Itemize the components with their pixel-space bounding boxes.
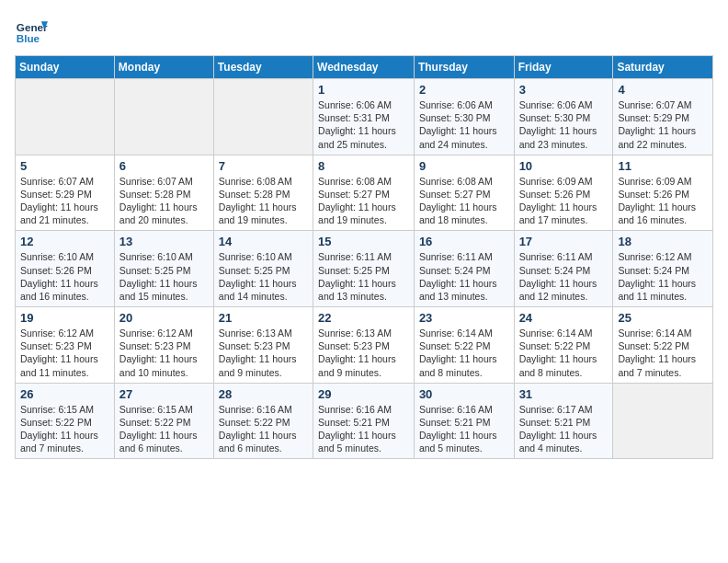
day-number: 19: [20, 311, 109, 325]
calendar-cell: 7Sunrise: 6:08 AM Sunset: 5:28 PM Daylig…: [213, 155, 313, 231]
svg-text:Blue: Blue: [17, 32, 40, 44]
calendar-cell: [16, 79, 115, 155]
logo-icon: General Blue: [15, 15, 48, 48]
day-info: Sunrise: 6:06 AM Sunset: 5:30 PM Dayligh…: [419, 98, 509, 151]
day-info: Sunrise: 6:13 AM Sunset: 5:23 PM Dayligh…: [219, 327, 308, 379]
day-info: Sunrise: 6:11 AM Sunset: 5:25 PM Dayligh…: [318, 250, 409, 303]
calendar-cell: 6Sunrise: 6:07 AM Sunset: 5:28 PM Daylig…: [114, 155, 213, 231]
day-info: Sunrise: 6:12 AM Sunset: 5:24 PM Dayligh…: [618, 250, 708, 303]
calendar-cell: 21Sunrise: 6:13 AM Sunset: 5:23 PM Dayli…: [213, 307, 313, 384]
calendar-week-3: 12Sunrise: 6:10 AM Sunset: 5:26 PM Dayli…: [16, 231, 713, 307]
calendar-cell: [613, 383, 713, 459]
day-number: 21: [219, 311, 308, 325]
day-number: 20: [119, 311, 209, 325]
calendar-cell: [114, 79, 213, 155]
weekday-header-monday: Monday: [114, 56, 213, 79]
day-info: Sunrise: 6:06 AM Sunset: 5:31 PM Dayligh…: [318, 98, 409, 151]
calendar-week-1: 1Sunrise: 6:06 AM Sunset: 5:31 PM Daylig…: [16, 79, 713, 155]
day-info: Sunrise: 6:07 AM Sunset: 5:28 PM Dayligh…: [119, 175, 209, 227]
day-number: 29: [318, 387, 409, 401]
day-number: 2: [419, 83, 509, 97]
day-info: Sunrise: 6:08 AM Sunset: 5:28 PM Dayligh…: [219, 175, 308, 227]
weekday-header-tuesday: Tuesday: [213, 56, 313, 79]
day-number: 16: [419, 235, 509, 248]
calendar-cell: 31Sunrise: 6:17 AM Sunset: 5:21 PM Dayli…: [514, 383, 613, 459]
day-number: 4: [618, 83, 708, 97]
weekday-header-row: SundayMondayTuesdayWednesdayThursdayFrid…: [16, 56, 713, 79]
weekday-header-saturday: Saturday: [613, 56, 713, 79]
day-info: Sunrise: 6:08 AM Sunset: 5:27 PM Dayligh…: [419, 175, 509, 227]
calendar-cell: 25Sunrise: 6:14 AM Sunset: 5:22 PM Dayli…: [613, 307, 713, 384]
day-info: Sunrise: 6:08 AM Sunset: 5:27 PM Dayligh…: [318, 175, 409, 227]
calendar-cell: 4Sunrise: 6:07 AM Sunset: 5:29 PM Daylig…: [613, 79, 713, 155]
calendar-cell: 30Sunrise: 6:16 AM Sunset: 5:21 PM Dayli…: [414, 383, 514, 459]
day-number: 8: [318, 159, 409, 173]
weekday-header-friday: Friday: [514, 56, 613, 79]
calendar-cell: 26Sunrise: 6:15 AM Sunset: 5:22 PM Dayli…: [16, 383, 115, 459]
day-info: Sunrise: 6:12 AM Sunset: 5:23 PM Dayligh…: [119, 327, 209, 379]
day-number: 1: [318, 83, 409, 97]
calendar-cell: 2Sunrise: 6:06 AM Sunset: 5:30 PM Daylig…: [414, 79, 514, 155]
day-number: 30: [419, 387, 509, 401]
calendar-cell: 20Sunrise: 6:12 AM Sunset: 5:23 PM Dayli…: [114, 307, 213, 384]
day-info: Sunrise: 6:12 AM Sunset: 5:23 PM Dayligh…: [20, 327, 109, 379]
day-number: 9: [419, 159, 509, 173]
calendar-cell: 17Sunrise: 6:11 AM Sunset: 5:24 PM Dayli…: [514, 231, 613, 307]
calendar-week-4: 19Sunrise: 6:12 AM Sunset: 5:23 PM Dayli…: [16, 307, 713, 384]
day-info: Sunrise: 6:13 AM Sunset: 5:23 PM Dayligh…: [318, 327, 409, 379]
day-number: 25: [618, 311, 708, 325]
calendar-cell: 10Sunrise: 6:09 AM Sunset: 5:26 PM Dayli…: [514, 155, 613, 231]
calendar-cell: 22Sunrise: 6:13 AM Sunset: 5:23 PM Dayli…: [313, 307, 415, 384]
calendar-cell: 14Sunrise: 6:10 AM Sunset: 5:25 PM Dayli…: [213, 231, 313, 307]
calendar-cell: 3Sunrise: 6:06 AM Sunset: 5:30 PM Daylig…: [514, 79, 613, 155]
day-info: Sunrise: 6:14 AM Sunset: 5:22 PM Dayligh…: [519, 327, 609, 379]
day-number: 10: [519, 159, 609, 173]
calendar-cell: 1Sunrise: 6:06 AM Sunset: 5:31 PM Daylig…: [313, 79, 415, 155]
calendar-cell: [213, 79, 313, 155]
day-number: 3: [519, 83, 609, 97]
day-number: 17: [519, 235, 609, 248]
calendar-cell: 8Sunrise: 6:08 AM Sunset: 5:27 PM Daylig…: [313, 155, 415, 231]
calendar-cell: 23Sunrise: 6:14 AM Sunset: 5:22 PM Dayli…: [414, 307, 514, 384]
calendar-table: SundayMondayTuesdayWednesdayThursdayFrid…: [15, 55, 713, 459]
day-info: Sunrise: 6:10 AM Sunset: 5:26 PM Dayligh…: [20, 250, 109, 303]
day-info: Sunrise: 6:10 AM Sunset: 5:25 PM Dayligh…: [119, 250, 209, 303]
logo: General Blue: [15, 15, 48, 48]
day-number: 22: [318, 311, 409, 325]
calendar-cell: 18Sunrise: 6:12 AM Sunset: 5:24 PM Dayli…: [613, 231, 713, 307]
calendar-cell: 19Sunrise: 6:12 AM Sunset: 5:23 PM Dayli…: [16, 307, 115, 384]
day-info: Sunrise: 6:15 AM Sunset: 5:22 PM Dayligh…: [119, 403, 209, 455]
day-number: 15: [318, 235, 409, 248]
calendar-cell: 11Sunrise: 6:09 AM Sunset: 5:26 PM Dayli…: [613, 155, 713, 231]
calendar-cell: 15Sunrise: 6:11 AM Sunset: 5:25 PM Dayli…: [313, 231, 415, 307]
day-info: Sunrise: 6:11 AM Sunset: 5:24 PM Dayligh…: [519, 250, 609, 303]
calendar-body: 1Sunrise: 6:06 AM Sunset: 5:31 PM Daylig…: [16, 79, 713, 459]
weekday-header-wednesday: Wednesday: [313, 56, 415, 79]
day-info: Sunrise: 6:14 AM Sunset: 5:22 PM Dayligh…: [618, 327, 708, 379]
day-info: Sunrise: 6:17 AM Sunset: 5:21 PM Dayligh…: [519, 403, 609, 455]
weekday-header-thursday: Thursday: [414, 56, 514, 79]
day-info: Sunrise: 6:07 AM Sunset: 5:29 PM Dayligh…: [618, 98, 708, 151]
calendar-cell: 27Sunrise: 6:15 AM Sunset: 5:22 PM Dayli…: [114, 383, 213, 459]
day-number: 5: [20, 159, 109, 173]
day-number: 11: [618, 159, 708, 173]
day-info: Sunrise: 6:16 AM Sunset: 5:21 PM Dayligh…: [318, 403, 409, 455]
calendar-cell: 5Sunrise: 6:07 AM Sunset: 5:29 PM Daylig…: [16, 155, 115, 231]
day-number: 23: [419, 311, 509, 325]
day-info: Sunrise: 6:09 AM Sunset: 5:26 PM Dayligh…: [618, 175, 708, 227]
day-number: 27: [119, 387, 209, 401]
day-number: 12: [20, 235, 109, 248]
day-info: Sunrise: 6:16 AM Sunset: 5:21 PM Dayligh…: [419, 403, 509, 455]
calendar-week-5: 26Sunrise: 6:15 AM Sunset: 5:22 PM Dayli…: [16, 383, 713, 459]
day-number: 6: [119, 159, 209, 173]
weekday-header-sunday: Sunday: [16, 56, 115, 79]
day-number: 24: [519, 311, 609, 325]
calendar-cell: 24Sunrise: 6:14 AM Sunset: 5:22 PM Dayli…: [514, 307, 613, 384]
calendar-cell: 29Sunrise: 6:16 AM Sunset: 5:21 PM Dayli…: [313, 383, 415, 459]
day-number: 26: [20, 387, 109, 401]
day-info: Sunrise: 6:11 AM Sunset: 5:24 PM Dayligh…: [419, 250, 509, 303]
day-info: Sunrise: 6:16 AM Sunset: 5:22 PM Dayligh…: [219, 403, 308, 455]
day-number: 7: [219, 159, 308, 173]
day-info: Sunrise: 6:10 AM Sunset: 5:25 PM Dayligh…: [219, 250, 308, 303]
day-info: Sunrise: 6:06 AM Sunset: 5:30 PM Dayligh…: [519, 98, 609, 151]
